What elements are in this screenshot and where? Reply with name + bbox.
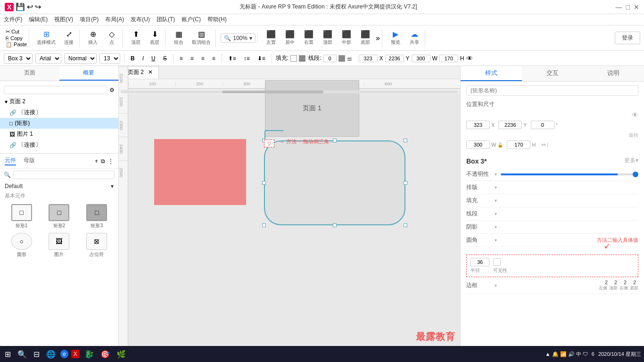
justify-text-button[interactable]: ≡ [210,54,218,63]
align-right-text-button[interactable]: ≡ [199,54,207,63]
align-middle-button[interactable]: ⬛ 中部 [338,29,355,47]
menu-publish[interactable]: 发布(U) [131,16,150,24]
corner-visibility-swatch[interactable] [493,258,501,266]
more-icon[interactable]: 更多▾ [624,156,638,165]
top-layer-button[interactable]: ⬆ 顶层 [127,29,144,47]
point-button[interactable]: ◇ 点 [103,29,120,47]
tab-widgets[interactable]: 元件 [5,156,16,165]
preview-button[interactable]: ▶ 预览 [387,29,404,47]
canvas-content[interactable]: 页面 1 [128,79,460,346]
pink-rectangle[interactable] [154,139,246,205]
menu-layout[interactable]: 布局(A) [105,16,124,24]
element-search-input[interactable] [13,171,115,179]
cut-button[interactable]: ✂ Cut [6,29,27,35]
widget-image[interactable]: 🖼 图片 [42,233,76,258]
search-taskbar-icon[interactable]: 🔍 [16,349,29,360]
zoom-control[interactable]: 🔍 100% ▾ [221,33,256,43]
strikethrough-button[interactable]: S [161,54,169,63]
hscroll-thumb[interactable] [222,90,323,93]
widget-rect3[interactable]: □ 矩形3 [80,204,114,229]
connect-button[interactable]: ⤢ 连接 [60,29,77,47]
opacity-thumb[interactable] [633,172,638,177]
collapse-icon[interactable]: ▾ [111,183,114,189]
filter-icon[interactable]: ⚙ [109,87,115,93]
taskbar-browser-icon[interactable]: 🌐 [44,349,58,360]
windows-icon[interactable]: ⊞ [3,349,13,360]
align-right-button[interactable]: ⬛ 右置 [300,29,317,47]
handle-middle-right[interactable] [404,181,407,185]
align-bottom-button[interactable]: ⬛ 底部 [357,29,374,47]
handle-bottom-middle[interactable] [333,223,337,227]
redo-icon[interactable]: ↪ [35,2,41,11]
group-button[interactable]: ▦ 组合 [170,29,187,47]
copy-button[interactable]: ⎘ Copy [6,35,27,41]
fill-color-swatch[interactable] [290,55,297,62]
border-color-swatch[interactable] [339,55,345,62]
visibility-toggle-icon[interactable]: 👁 [632,111,638,119]
rect-item[interactable]: □ (矩形) [0,118,118,129]
select-mode-button[interactable]: ⊞ 选择模式 [34,29,58,47]
align-center-text-button[interactable]: ≡ [188,54,196,63]
share-button[interactable]: ☁ 共享 [406,29,423,47]
more-element-icon[interactable]: ⋮ [108,158,114,165]
h-pos-input[interactable] [507,140,530,149]
image-item[interactable]: 🖼 图片 1 [0,129,118,140]
style-select[interactable]: Normal [64,53,97,64]
menu-edit[interactable]: 编辑(E) [29,16,48,24]
bold-button[interactable]: B [128,54,137,63]
menu-account[interactable]: 账户(C) [182,16,201,24]
underline-button[interactable]: U [149,54,158,63]
tab-masters[interactable]: 母版 [24,156,35,165]
w-input[interactable] [412,55,430,62]
menu-project[interactable]: 项目(P) [80,16,99,24]
size-select[interactable]: 13 [99,53,120,64]
ungroup-button[interactable]: ▧ 取消组合 [189,29,214,47]
selected-element-wrapper[interactable] [264,140,405,225]
valign-middle-button[interactable]: ↕≡ [241,54,252,63]
align-center-button[interactable]: ⬛ 居中 [281,29,298,47]
outline-search-input[interactable] [4,86,107,94]
handle-bottom-left[interactable] [262,223,266,227]
taskbar-app2-icon[interactable]: 🎯 [99,349,112,360]
undo-icon[interactable]: ↩ [27,2,33,11]
selected-rounded-rect[interactable] [264,140,405,225]
widget-circle[interactable]: ○ 圆形 [5,233,39,258]
add-element-icon[interactable]: + [95,158,98,165]
italic-button[interactable]: I [140,54,146,63]
w-pos-input[interactable] [466,140,490,149]
valign-bottom-button[interactable]: ⬇≡ [255,54,268,63]
paste-button[interactable]: 📋 Paste [6,41,27,48]
page2-item[interactable]: ▾ 页面 2 [0,96,118,107]
widget-placeholder[interactable]: ⊠ 占位符 [80,233,114,258]
bottom-layer-button[interactable]: ⬇ 底层 [146,29,163,47]
h-input[interactable] [439,55,458,62]
y-input[interactable] [385,55,404,62]
minimize-button[interactable]: — [616,3,622,11]
taskbar-app3-icon[interactable]: 🌿 [115,349,128,360]
save-icon[interactable]: 💾 [16,2,25,11]
y-pos-input[interactable] [498,121,522,129]
align-left-text-button[interactable]: ≡ [177,54,185,63]
task-view-icon[interactable]: ⊟ [32,349,41,360]
connect1-item[interactable]: 🔗 〔连接〕 [0,107,118,118]
duplicate-element-icon[interactable]: ⧉ [101,158,105,165]
widget-rect2[interactable]: □ 矩形2 [42,204,76,229]
handle-top-middle[interactable] [333,139,337,142]
menu-file[interactable]: 文件(F) [4,16,22,24]
lock-icon[interactable]: 🔓 [497,142,503,148]
element-name-select[interactable]: Box 3 [4,53,33,64]
menu-team[interactable]: 团队(T) [157,16,175,24]
shape-name-input[interactable] [466,85,638,96]
menu-help[interactable]: 帮助(H) [207,16,227,24]
more-align-button[interactable]: » [376,34,380,42]
font-select[interactable]: Arial [35,53,61,64]
rotate-input[interactable] [531,121,554,129]
valign-top-button[interactable]: ⬆≡ [226,54,239,63]
close-button[interactable]: ✕ [634,3,639,11]
taskbar-edge-icon[interactable]: e [60,350,68,358]
handle-top-right[interactable] [404,139,407,142]
connect2-item[interactable]: 🔗 〔连接〕 [0,140,118,150]
visibility-icon[interactable]: 👁 [466,55,473,62]
tab-style[interactable]: 样式 [461,66,522,81]
border-value-input[interactable] [323,55,337,62]
